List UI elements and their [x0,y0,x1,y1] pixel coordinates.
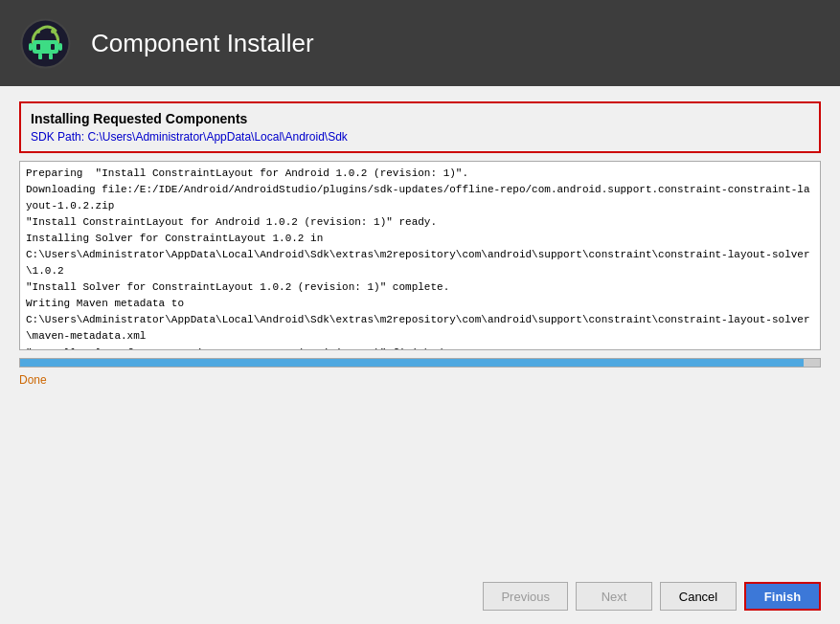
log-line: C:\Users\Administrator\AppData\Local\And… [26,312,814,345]
svg-rect-5 [51,44,55,50]
log-line: "Install Solver for ConstraintLayout 1.0… [26,345,814,350]
log-area[interactable]: Preparing "Install ConstraintLayout for … [19,161,821,350]
log-line: "Install Solver for ConstraintLayout 1.0… [26,279,814,296]
log-line: Downloading file:/E:/IDE/Android/Android… [26,182,814,214]
finish-button[interactable]: Finish [744,582,821,611]
svg-rect-9 [49,54,53,59]
log-line: Writing Maven metadata to [26,296,814,312]
log-line: "Install ConstraintLayout for Android 1.… [26,214,814,231]
android-studio-icon [19,17,72,70]
log-line: Installing Solver for ConstraintLayout 1… [26,231,814,247]
sdk-path-label: SDK Path: [31,130,84,144]
svg-rect-6 [29,43,33,51]
previous-button[interactable]: Previous [483,582,568,611]
svg-point-2 [51,30,55,33]
cancel-button[interactable]: Cancel [660,582,737,611]
progress-bar-container [19,358,821,368]
header: Component Installer [0,0,840,86]
done-status: Done [19,373,821,387]
button-row: Previous Next Cancel Finish [19,574,821,614]
spacer [19,394,821,574]
progress-bar-fill [20,359,804,367]
svg-rect-4 [36,44,40,50]
sdk-path-line: SDK Path: C:\Users\Administrator\AppData… [31,130,809,144]
next-button[interactable]: Next [576,582,652,611]
svg-point-1 [36,30,40,33]
svg-rect-8 [38,54,42,59]
install-box: Installing Requested Components SDK Path… [19,101,821,153]
log-line: Preparing "Install ConstraintLayout for … [26,166,814,182]
app-title: Component Installer [91,29,314,58]
svg-rect-7 [58,43,62,51]
sdk-path-value: C:\Users\Administrator\AppData\Local\And… [87,130,347,144]
install-title: Installing Requested Components [31,111,809,126]
main-content: Installing Requested Components SDK Path… [0,86,840,624]
log-line: C:\Users\Administrator\AppData\Local\And… [26,247,814,279]
